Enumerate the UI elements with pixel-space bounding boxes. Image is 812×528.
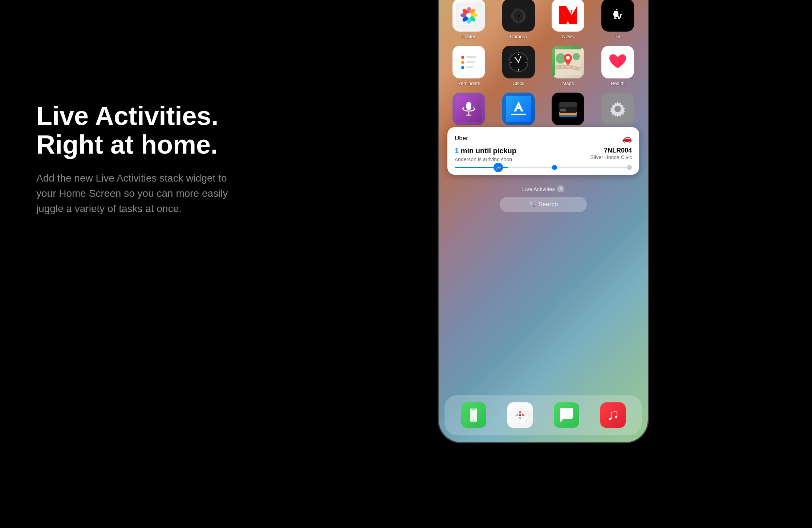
svg-rect-18	[514, 8, 519, 12]
settings-icon	[601, 93, 634, 125]
progress-dot-mid	[552, 165, 557, 170]
widget-info-row: 1 min until pickup Anderson is arriving …	[455, 147, 632, 162]
svg-rect-28	[466, 61, 475, 63]
live-activities-badge: 3	[557, 185, 564, 192]
svg-rect-47	[466, 102, 471, 110]
svg-rect-30	[466, 66, 474, 68]
widget-left-info: 1 min until pickup Anderson is arriving …	[455, 147, 516, 162]
headline-line2: Right at home.	[36, 130, 247, 159]
camera-label: Camera	[510, 34, 527, 39]
live-activities-label: Live Activities 3	[522, 185, 564, 192]
widget-eta: 1 min until pickup	[455, 147, 516, 155]
search-label: Search	[539, 201, 558, 208]
wallet-icon	[552, 93, 584, 125]
svg-point-72	[519, 414, 521, 416]
live-activity-widget: Uber 🚗 1 min until pickup Anderson is ar…	[447, 127, 639, 175]
news-icon: N	[552, 0, 584, 32]
widget-brand: Uber	[455, 135, 468, 142]
svg-point-12	[466, 13, 471, 18]
live-activities-text: Live Activities	[522, 186, 555, 192]
phone-screen: 9:41 ●●●	[439, 0, 648, 442]
svg-point-40	[518, 61, 519, 63]
appstore-icon	[502, 93, 535, 125]
eta-text: min until pickup	[461, 147, 516, 155]
search-bar[interactable]: 🔍 Search	[500, 197, 587, 212]
app-item-photos[interactable]: Photos	[449, 0, 489, 39]
widget-car-info: Silver Honda Civic	[590, 154, 632, 160]
clock-icon	[502, 46, 535, 78]
svg-rect-58	[559, 102, 577, 107]
eta-number: 1	[455, 147, 459, 155]
subtext: Add the new Live Activities stack widget…	[36, 171, 247, 216]
app-grid: Photos	[449, 0, 638, 139]
health-label: Health	[611, 81, 625, 86]
svg-rect-59	[560, 109, 566, 111]
dock-item-phone[interactable]	[461, 402, 486, 428]
widget-plate: 7NLR004	[590, 147, 632, 154]
photos-label: Photos	[462, 34, 476, 39]
tv-icon: tv	[601, 0, 634, 32]
app-item-reminders[interactable]: Reminders	[449, 46, 489, 86]
app-row-1: Photos	[449, 0, 638, 39]
app-item-maps[interactable]: Maps	[548, 46, 588, 86]
phone-frame: 9:41 ●●●	[438, 0, 649, 443]
app-item-clock[interactable]: Clock	[499, 46, 539, 86]
left-content-section: Live Activities. Right at home. Add the …	[36, 102, 247, 216]
maps-icon	[552, 46, 584, 78]
svg-point-25	[461, 56, 464, 59]
photos-icon	[452, 0, 485, 32]
widget-car-icon: 🚗	[622, 134, 632, 143]
reminders-label: Reminders	[458, 81, 480, 86]
dock	[444, 395, 642, 435]
reminders-icon	[452, 46, 485, 78]
app-item-news[interactable]: N News	[548, 0, 588, 39]
widget-right-info: 7NLR004 Silver Honda Civic	[590, 147, 632, 162]
dock-item-music[interactable]	[600, 402, 626, 428]
svg-point-43	[573, 53, 580, 60]
tv-label: TV	[615, 34, 621, 39]
headline-line1: Live Activities.	[36, 102, 247, 130]
app-row-2: Reminders	[449, 46, 638, 86]
svg-point-44	[566, 56, 570, 60]
maps-label: Maps	[562, 81, 574, 86]
headline: Live Activities. Right at home.	[36, 102, 247, 159]
clock-label: Clock	[512, 81, 524, 86]
phone-container: 9:41 ●●●	[275, 0, 812, 528]
svg-point-63	[473, 420, 474, 421]
svg-point-62	[614, 106, 621, 112]
dock-item-messages[interactable]	[554, 402, 579, 428]
health-icon	[601, 46, 634, 78]
svg-point-27	[461, 61, 464, 64]
svg-point-29	[461, 66, 464, 69]
news-label: News	[562, 34, 574, 39]
podcasts-icon	[452, 93, 485, 125]
dock-item-safari[interactable]	[507, 402, 533, 428]
svg-text:N: N	[563, 7, 573, 21]
progress-bar: 🚙	[455, 166, 632, 169]
progress-dot-end	[627, 165, 632, 170]
app-item-camera[interactable]: Camera	[499, 0, 539, 39]
svg-rect-26	[466, 56, 476, 58]
widget-header: Uber 🚗	[455, 134, 632, 143]
progress-car-indicator: 🚙	[494, 163, 503, 172]
widget-driver-note: Anderson is arriving soon	[455, 157, 516, 162]
camera-icon	[502, 0, 535, 32]
search-icon: 🔍	[529, 201, 536, 208]
svg-point-17	[517, 14, 520, 18]
app-item-health[interactable]: Health	[598, 46, 638, 86]
svg-point-19	[525, 8, 527, 11]
progress-track	[455, 167, 632, 168]
app-item-tv[interactable]: tv TV	[598, 0, 638, 39]
